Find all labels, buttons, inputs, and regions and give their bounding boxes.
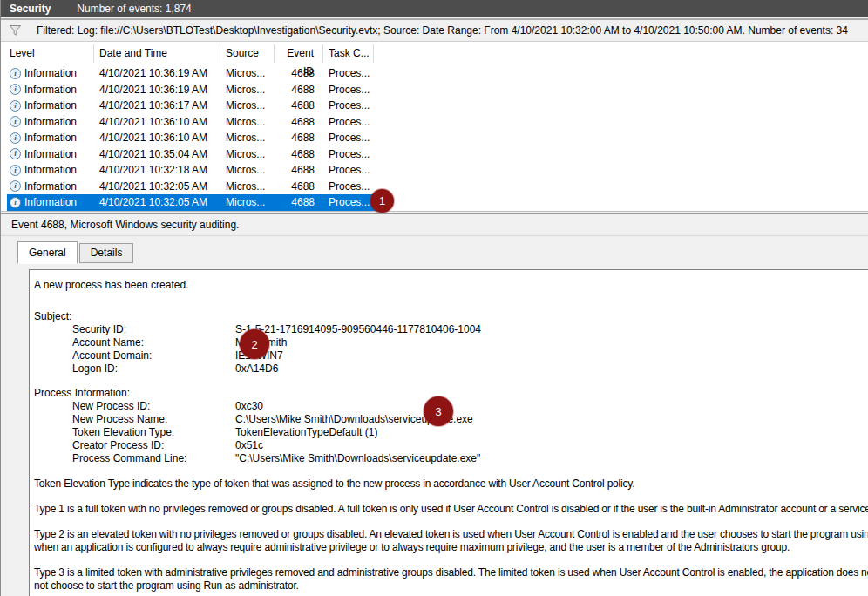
field-value: "C:\Users\Mike Smith\Downloads\serviceup… <box>235 452 480 465</box>
information-icon: i <box>10 100 21 112</box>
paragraph-line: Token Elevation Type indicates the type … <box>34 477 868 491</box>
cell-task: Proces... <box>323 130 374 146</box>
cell-task: Proces... <box>323 194 374 211</box>
event-summary-title: Event 4688, Microsoft Windows security a… <box>11 219 239 231</box>
table-row[interactable]: iInformation4/10/2021 10:32:18 AMMicros.… <box>7 162 376 179</box>
cell-source: Micros... <box>220 194 275 211</box>
column-header-task[interactable]: Task C... <box>323 44 374 63</box>
information-icon: i <box>10 165 21 176</box>
filter-summary: Filtered: Log: file://C:\Users\BTLOTest\… <box>37 24 848 37</box>
level-label: Information <box>24 179 77 195</box>
cell-eventid: 4688 <box>275 130 323 146</box>
tab-details[interactable]: Details <box>79 243 134 263</box>
table-row[interactable]: iInformation4/10/2021 10:36:10 AMMicros.… <box>7 130 376 146</box>
table-row[interactable]: iInformation4/10/2021 10:32:05 AMMicros.… <box>7 179 376 195</box>
description-paragraph: Type 3 is a limited token with administr… <box>34 566 868 593</box>
cell-task: Proces... <box>323 179 374 195</box>
event-description-box[interactable]: A new process has been created. Subject:… <box>29 269 868 596</box>
cell-eventid: 4688 <box>275 65 323 82</box>
information-icon: i <box>10 84 21 95</box>
field-label: Process Command Line: <box>72 452 235 465</box>
cell-datetime: 4/10/2021 10:36:10 AM <box>94 114 220 131</box>
cell-eventid: 4688 <box>275 82 323 98</box>
information-icon: i <box>10 116 21 127</box>
table-row[interactable]: iInformation4/10/2021 10:35:04 AMMicros.… <box>7 146 376 163</box>
detail-tabs: General Details <box>1 236 868 263</box>
column-header-eventid[interactable]: Event ID <box>275 44 323 63</box>
cell-datetime: 4/10/2021 10:36:19 AM <box>94 82 220 98</box>
event-table: Level Date and Time Source Event ID Task… <box>1 42 868 211</box>
cell-level: iInformation <box>7 65 94 82</box>
field-label: Security ID: <box>72 323 235 336</box>
cell-eventid: 4688 <box>275 114 323 131</box>
field-row: Creator Process ID:0x51c <box>32 439 868 452</box>
cell-eventid: 4688 <box>275 98 323 114</box>
cell-source: Micros... <box>220 130 275 146</box>
cell-datetime: 4/10/2021 10:36:17 AM <box>94 98 220 114</box>
field-row: Process Command Line:"C:\Users\Mike Smit… <box>32 452 868 465</box>
field-row: Logon ID:0xA14D6 <box>32 362 868 376</box>
level-label: Information <box>24 114 77 131</box>
filter-bar: Filtered: Log: file://C:\Users\BTLOTest\… <box>1 18 868 42</box>
level-label: Information <box>24 98 77 114</box>
annotation-circle-1: 1 <box>370 189 394 213</box>
subject-heading: Subject: <box>34 310 868 323</box>
event-viewer-window: Security Number of events: 1,874 Filtere… <box>0 0 868 596</box>
description-paragraph: Type 2 is an elevated token with no priv… <box>34 528 868 554</box>
cell-datetime: 4/10/2021 10:32:05 AM <box>94 194 220 211</box>
information-icon: i <box>10 148 21 159</box>
field-row: Account Name:Mike Smith <box>32 336 868 349</box>
field-row: Account Domain:IE10WIN7 <box>32 349 868 362</box>
tab-general[interactable]: General <box>17 241 78 264</box>
cell-task: Proces... <box>323 65 374 82</box>
cell-task: Proces... <box>323 114 374 131</box>
cell-datetime: 4/10/2021 10:36:10 AM <box>94 130 220 146</box>
column-header-level[interactable]: Level <box>7 44 94 63</box>
column-header-source[interactable]: Source <box>220 44 275 63</box>
cell-source: Micros... <box>220 82 275 98</box>
cell-source: Micros... <box>220 162 275 179</box>
description-paragraph: Type 1 is a full token with no privilege… <box>34 503 868 516</box>
cell-datetime: 4/10/2021 10:32:05 AM <box>94 179 220 195</box>
level-label: Information <box>24 194 77 211</box>
field-row: Token Elevation Type:TokenElevationTypeD… <box>32 426 868 439</box>
cell-level: iInformation <box>7 114 94 131</box>
log-title-bar: Security Number of events: 1,874 <box>1 0 868 17</box>
paragraph-line: Type 1 is a full token with no privilege… <box>34 503 868 516</box>
column-header-datetime[interactable]: Date and Time <box>94 44 220 63</box>
cell-source: Micros... <box>220 98 275 114</box>
table-row[interactable]: iInformation4/10/2021 10:32:05 AMMicros.… <box>7 194 376 211</box>
table-row[interactable]: iInformation4/10/2021 10:36:17 AMMicros.… <box>7 98 376 114</box>
description-paragraphs: Token Elevation Type indicates the type … <box>32 477 868 593</box>
cell-task: Proces... <box>323 82 374 98</box>
table-row[interactable]: iInformation4/10/2021 10:36:19 AMMicros.… <box>7 65 376 82</box>
cell-datetime: 4/10/2021 10:35:04 AM <box>94 146 220 163</box>
field-label: New Process ID: <box>72 400 235 413</box>
cell-level: iInformation <box>7 82 94 98</box>
cell-eventid: 4688 <box>275 194 323 211</box>
field-value: 0x51c <box>235 439 263 452</box>
cell-level: iInformation <box>7 146 94 163</box>
event-table-body: iInformation4/10/2021 10:36:19 AMMicros.… <box>7 65 868 211</box>
paragraph-line: Type 3 is a limited token with administr… <box>34 566 868 579</box>
event-description-intro: A new process has been created. <box>34 279 868 292</box>
cell-task: Proces... <box>323 146 374 163</box>
level-label: Information <box>24 146 77 163</box>
field-label: Account Name: <box>72 336 235 349</box>
event-table-header: Level Date and Time Source Event ID Task… <box>7 42 868 65</box>
field-row: Security ID:S-1-5-21-1716914095-90956044… <box>32 323 868 336</box>
cell-level: iInformation <box>7 179 94 195</box>
information-icon: i <box>10 132 21 144</box>
field-value: S-1-5-21-1716914095-909560446-1177810406… <box>235 323 481 336</box>
field-value: 0xA14D6 <box>235 362 278 376</box>
cell-eventid: 4688 <box>275 146 323 163</box>
annotation-circle-3: 3 <box>424 396 453 426</box>
cell-task: Proces... <box>323 98 374 114</box>
paragraph-line: Type 2 is an elevated token with no priv… <box>34 528 868 541</box>
cell-datetime: 4/10/2021 10:36:19 AM <box>94 65 220 82</box>
table-row[interactable]: iInformation4/10/2021 10:36:19 AMMicros.… <box>7 82 376 98</box>
level-label: Information <box>24 82 77 98</box>
table-row[interactable]: iInformation4/10/2021 10:36:10 AMMicros.… <box>7 114 376 131</box>
subject-fields: Security ID:S-1-5-21-1716914095-90956044… <box>32 323 868 376</box>
cell-level: iInformation <box>7 194 94 211</box>
